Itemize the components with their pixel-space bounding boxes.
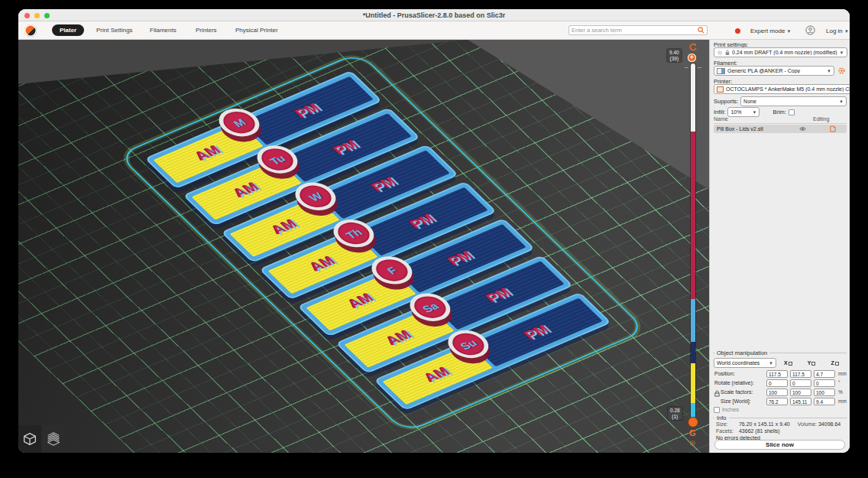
am-label: AM	[230, 180, 263, 200]
layer-slider-track[interactable]	[691, 63, 695, 421]
scale-x-field[interactable]: 100	[766, 389, 788, 396]
filament-row: Generic PLA @ANKER - Copy▼	[714, 66, 847, 76]
supports-select[interactable]: None▼	[740, 96, 847, 106]
pm-label: PM	[368, 174, 400, 194]
inches-row: Inches	[714, 406, 847, 413]
add-color-change-button[interactable]: +	[688, 54, 696, 62]
unit-label: °	[838, 380, 840, 385]
uniform-scale-lock-icon[interactable]	[714, 390, 720, 397]
unit-label: mm	[838, 398, 847, 404]
size-y-field[interactable]: 145.11	[790, 398, 811, 405]
tab-printers[interactable]: Printers	[188, 24, 225, 36]
tab-physical-printer[interactable]: Physical Printer	[228, 24, 286, 36]
facets-info-value: 43662 (81 shells)	[739, 428, 780, 434]
layer-slider-top-tooltip: 9.40(39)	[667, 49, 682, 62]
printer-select[interactable]: OCTOCLAMPS * AnkerMake M5 (0.4 mm nozzle…	[714, 84, 850, 94]
object-list-row[interactable]: Pill Box - Lids v2.stl	[714, 125, 847, 133]
position-x-field[interactable]: 117.5	[766, 370, 788, 378]
am-label: AM	[345, 291, 377, 311]
print-settings-row: 0.24 mm DRAFT (0.4 mm nozzle) (modified)…	[714, 47, 847, 57]
gear-icon	[837, 67, 846, 75]
unit-label: mm	[838, 371, 847, 376]
page-icon	[830, 125, 836, 132]
position-z-field[interactable]: 4.7	[814, 370, 835, 378]
preview-view-button[interactable]	[42, 425, 65, 453]
day-label: Su	[457, 337, 479, 351]
object-list-header: Name Editing	[714, 116, 847, 124]
rotate-x-field[interactable]: 0	[766, 379, 788, 387]
pm-label: PM	[330, 138, 362, 158]
gcode-legend-toggle[interactable]: G	[689, 428, 696, 437]
pm-label: PM	[406, 211, 439, 231]
scale-label: Scale factors:	[714, 389, 766, 395]
user-account-icon[interactable]	[805, 25, 815, 35]
day-label: Th	[343, 226, 365, 241]
layer-color-segment	[691, 63, 695, 132]
layer-color-segment	[691, 342, 695, 363]
tab-print-settings[interactable]: Print Settings	[89, 24, 141, 36]
am-label: AM	[192, 143, 225, 164]
axis-header-y: Y	[802, 360, 821, 366]
coordinates-row: World coordinates▼ X Y Z	[714, 358, 847, 368]
day-label: W	[306, 190, 325, 203]
3d-viewport[interactable]: AM PM M AM PM Tu AM PM W AM PM Th	[18, 40, 709, 453]
slider-tick	[698, 67, 701, 68]
3d-editor-view-button[interactable]	[18, 425, 41, 453]
brim-checkbox[interactable]	[789, 109, 795, 115]
lock-icon	[725, 50, 730, 56]
reset-color-changes-icon[interactable]	[688, 43, 698, 53]
rotate-y-field[interactable]: 0	[790, 379, 811, 387]
visibility-toggle[interactable]	[799, 126, 830, 132]
axis-box-icon	[811, 362, 815, 366]
am-label: AM	[383, 327, 416, 348]
mode-status-dot	[735, 28, 740, 34]
pm-label: PM	[292, 100, 324, 120]
size-info-value: 76.20 x 145.11 x 9.40	[739, 421, 790, 427]
info-grid: Size: 76.20 x 145.11 x 9.40 Volume: 3409…	[716, 421, 847, 441]
search-input[interactable]: Enter a search term	[568, 25, 708, 35]
eye-icon	[799, 126, 806, 132]
position-row: Position: 117.5 117.5 4.7 mm	[714, 369, 847, 378]
scale-y-field[interactable]: 100	[790, 389, 811, 396]
scale-z-field[interactable]: 100	[814, 389, 835, 396]
settings-panel: Print settings: 0.24 mm DRAFT (0.4 mm no…	[709, 40, 850, 453]
size-x-field[interactable]: 76.2	[766, 398, 788, 405]
position-y-field[interactable]: 117.5	[790, 370, 811, 378]
tab-plater[interactable]: Plater	[52, 24, 84, 36]
scale-row: Scale factors: 100 100 100 %	[714, 388, 847, 396]
rotate-row: Rotate (relative): 0 0 0 °	[714, 379, 847, 387]
edit-filament-button[interactable]	[837, 66, 847, 76]
position-label: Position:	[714, 371, 766, 376]
facets-info-label: Facets:	[716, 428, 737, 434]
coordinates-select[interactable]: World coordinates▼	[714, 358, 776, 368]
expert-mode-selector[interactable]: Expert mode ▼	[750, 28, 792, 34]
am-label: AM	[306, 254, 339, 275]
slice-now-button[interactable]: Slice now	[714, 440, 845, 450]
size-z-field[interactable]: 9.4	[814, 398, 835, 405]
rotate-z-field[interactable]: 0	[814, 379, 835, 387]
volume-info-value: 34098.64	[818, 421, 840, 427]
brim-label: Brim:	[772, 109, 786, 115]
layer-slider-bottom-tooltip: 0.28(1)	[668, 407, 682, 420]
pm-label: PM	[483, 285, 515, 305]
layer-slider-bottom-handle[interactable]	[688, 418, 698, 427]
filament-color-swatch	[717, 68, 725, 74]
infill-label: Infill:	[714, 109, 725, 115]
printer-icon	[717, 86, 724, 93]
slider-settings-gear-icon[interactable]	[688, 439, 697, 447]
object-name: Pill Box - Lids v2.stl	[717, 126, 799, 132]
tab-filaments[interactable]: Filaments	[142, 24, 184, 36]
axis-header-x: X	[779, 360, 798, 366]
layer-color-segment	[691, 363, 695, 402]
print-settings-select[interactable]: 0.24 mm DRAFT (0.4 mm nozzle) (modified)…	[714, 47, 847, 57]
filament-select[interactable]: Generic PLA @ANKER - Copy▼	[714, 66, 834, 76]
volume-info-label: Volume:	[798, 421, 817, 428]
editing-button[interactable]	[830, 125, 844, 132]
size-label: Size [World]:	[714, 398, 766, 404]
pm-label: PM	[445, 249, 477, 268]
unit-label: %	[838, 389, 843, 395]
day-label: Sa	[419, 300, 442, 314]
login-button[interactable]: Log in ▼	[826, 28, 849, 34]
column-editing: Editing	[813, 116, 847, 122]
inches-checkbox[interactable]	[714, 407, 720, 413]
